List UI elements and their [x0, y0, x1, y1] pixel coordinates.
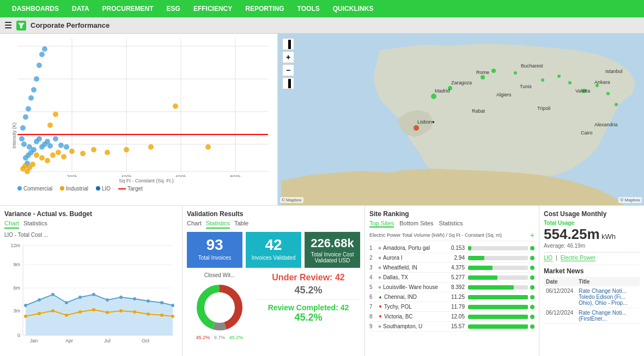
mapbox-copyright: © Mapbox: [618, 197, 642, 203]
svg-point-129: [106, 311, 109, 314]
variance-tab-chart[interactable]: Chart: [4, 220, 19, 229]
svg-point-60: [124, 147, 129, 152]
variance-chart-svg: 0 3m 6m 9m 12m Jan Apr Jul Oct: [4, 240, 178, 346]
svg-text:Alexandria: Alexandria: [594, 122, 618, 127]
validation-tab-chart[interactable]: Chart: [187, 220, 202, 229]
ranking-bar-bg: [468, 246, 528, 250]
svg-text:Madrid: Madrid: [435, 88, 450, 94]
ranking-row-4: 5 ◆ Louisville- Ware house 8.392: [369, 283, 534, 292]
svg-point-20: [21, 142, 27, 147]
legend-lio: LIO: [96, 186, 111, 192]
nav-reporting[interactable]: REPORTING: [239, 5, 290, 13]
news-row-1[interactable]: 06/12/2024 Rate Change Noti... (FirstEne…: [544, 308, 640, 324]
ranking-bar-fill: [468, 246, 471, 250]
svg-point-72: [514, 71, 517, 75]
ranking-row-value: 15.57: [447, 323, 465, 329]
ranking-tab-top[interactable]: Top Sites: [369, 220, 394, 228]
donut-label: Closed Wit...: [204, 272, 235, 278]
svg-point-50: [34, 152, 39, 158]
svg-point-123: [24, 315, 27, 318]
svg-point-42: [37, 63, 42, 68]
ranking-row-arrow: ▼: [378, 304, 382, 309]
svg-text:9m: 9m: [13, 262, 20, 267]
ranking-row-num: 2: [369, 255, 378, 261]
ranking-row-value: 2.94: [447, 255, 465, 261]
map-zoom-in-btn[interactable]: +: [282, 51, 294, 63]
svg-point-40: [31, 87, 37, 93]
nav-esg[interactable]: ESG: [160, 5, 187, 13]
validation-title: Validation Results: [187, 210, 360, 218]
ranking-row-dot: [530, 285, 534, 290]
svg-point-80: [414, 125, 419, 131]
y-axis-label: Intensity (K): [11, 122, 17, 149]
ranking-header: Electric Power Total Volume (kWh) / Sq F…: [369, 230, 534, 241]
svg-point-68: [431, 94, 436, 99]
ranking-row-name: Aurora I: [383, 255, 447, 261]
nav-procurement[interactable]: PROCUREMENT: [96, 5, 160, 13]
validation-tab-table[interactable]: Table: [234, 220, 248, 229]
ranking-row-8: 9 ◆ Southampton, U 15.57: [369, 322, 534, 332]
ranking-row-num: 9: [369, 323, 378, 329]
ranking-row-dot: [530, 295, 534, 299]
map-extra-btn[interactable]: ▐: [282, 77, 294, 89]
ranking-tab-bottom[interactable]: Bottom Sites: [399, 220, 433, 228]
stat-cost-number: 226.68k: [309, 236, 356, 250]
svg-text:Tunis: Tunis: [520, 84, 532, 89]
bottom-row: Variance - Actual vs. Budget Chart Stati…: [0, 205, 644, 356]
ranking-col-header: Electric Power Total Volume (kWh) / Sq F…: [369, 232, 530, 238]
page-title: Corporate Performance: [31, 21, 110, 29]
ranking-row-value: 4.375: [447, 265, 465, 271]
svg-point-36: [20, 125, 26, 131]
variance-tab-statistics[interactable]: Statistics: [23, 220, 47, 229]
svg-point-114: [65, 301, 68, 304]
ranking-rows: 1 ◆ Amadora, Portu gal 0.153 2 ◆ Aurora …: [369, 243, 534, 332]
svg-text:400k: 400k: [121, 174, 132, 177]
ranking-row-dot: [530, 246, 534, 250]
ranking-row-arrow: ◆: [378, 285, 381, 290]
svg-point-73: [541, 78, 544, 82]
map-toggle-btn[interactable]: ▐: [282, 38, 294, 50]
map-area: Lisbon● Madrid Zaragoza Rome Istanbul An…: [278, 34, 644, 205]
svg-text:0: 0: [17, 333, 20, 338]
news-title: Rate Change Noti... Toledo Edison (Fi...…: [579, 288, 637, 306]
ranking-row-dot: [530, 305, 534, 309]
donut-segment-labels: 45.2% 9.7% 45.2%: [196, 335, 244, 340]
nav-quicklinks[interactable]: QUICKLINKS: [326, 5, 380, 13]
ranking-add-icon[interactable]: +: [530, 231, 534, 240]
ranking-bar-fill: [468, 266, 493, 270]
ranking-row-2: 3 ◆ Wheatfield, IN 4.375: [369, 263, 534, 273]
svg-marker-110: [26, 294, 173, 335]
nav-dashboards[interactable]: DASHBOARDS: [5, 5, 65, 13]
hamburger-icon[interactable]: ☰: [4, 20, 12, 30]
news-row-0[interactable]: 06/12/2024 Rate Change Noti... Toledo Ed…: [544, 286, 640, 308]
svg-point-56: [69, 149, 75, 154]
nav-data[interactable]: DATA: [65, 5, 96, 13]
nav-efficiency[interactable]: EFFICIENCY: [187, 5, 239, 13]
map-zoom-out-btn[interactable]: −: [282, 64, 294, 76]
filter-icon[interactable]: [16, 21, 26, 30]
review-completed-label: Review Completed: 42: [257, 303, 360, 312]
svg-text:Cairo: Cairo: [581, 130, 593, 136]
ranking-row-num: 3: [369, 265, 378, 271]
lio-button[interactable]: LIO: [544, 255, 552, 261]
svg-point-37: [23, 114, 28, 120]
svg-text:Jul: Jul: [104, 338, 111, 343]
electric-power-button[interactable]: Electric Power: [561, 255, 596, 261]
svg-text:Apr: Apr: [65, 338, 73, 343]
total-usage-label: Total Usage: [544, 220, 640, 226]
svg-text:Algiers: Algiers: [496, 92, 512, 97]
svg-text:3m: 3m: [13, 308, 20, 314]
svg-point-78: [606, 92, 610, 95]
svg-point-118: [119, 296, 123, 299]
svg-text:Tripoli: Tripoli: [537, 106, 550, 111]
ranking-row-name: Dallas, TX: [383, 274, 447, 280]
validation-tab-statistics[interactable]: Statistics: [206, 220, 230, 229]
ranking-row-num: 5: [369, 284, 378, 290]
nav-tools[interactable]: TOOLS: [291, 5, 326, 13]
validation-body: Closed Wit... 45.2% 9.7%: [187, 272, 360, 340]
svg-point-63: [205, 144, 211, 150]
total-usage-value-row: 554.25m kWh: [544, 226, 640, 243]
ranking-tab-stats[interactable]: Statistics: [439, 220, 463, 228]
legend-industrial: Industrial: [60, 186, 88, 192]
svg-marker-0: [18, 23, 25, 28]
